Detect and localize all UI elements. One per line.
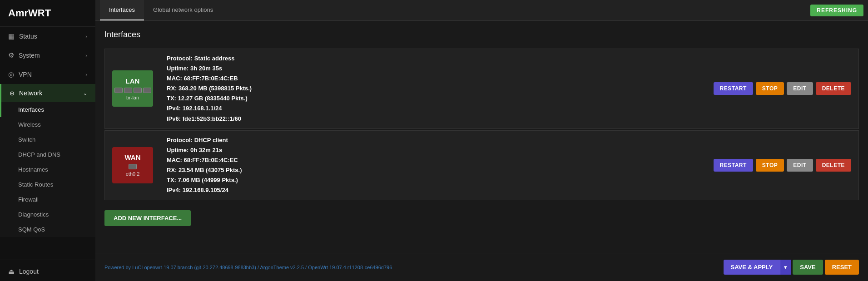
sidebar-item-hostnames[interactable]: Hostnames bbox=[0, 162, 95, 177]
wan-badge-icons bbox=[129, 164, 137, 169]
bottom-actions: SAVE & APPLY ▾ SAVE RESET bbox=[724, 260, 859, 275]
lan-info: Protocol: Static address Uptime: 3h 20m … bbox=[167, 54, 704, 124]
pc-icon bbox=[124, 88, 132, 93]
sidebar-item-wireless[interactable]: Wireless bbox=[0, 117, 95, 132]
sidebar: AmrWRT ▦ Status › ⚙ System › ◎ VPN › ⊕ N… bbox=[0, 0, 95, 281]
wan-mac: MAC: 68:FF:7B:0E:4C:EC bbox=[167, 155, 704, 165]
lan-rx: RX: 368.20 MB (5398815 Pkts.) bbox=[167, 84, 704, 94]
save-button[interactable]: SAVE bbox=[793, 260, 823, 275]
sidebar-item-interfaces[interactable]: Interfaces bbox=[0, 102, 95, 117]
tab-global-network[interactable]: Global network options bbox=[144, 0, 222, 20]
footer-text: Powered by LuCI openwrt-19.07 branch (gi… bbox=[104, 265, 392, 270]
sidebar-divider bbox=[0, 260, 95, 260]
sidebar-item-sqm-qos[interactable]: SQM QoS bbox=[0, 222, 95, 237]
bottom-bar: Powered by LuCI openwrt-19.07 branch (gi… bbox=[95, 253, 868, 281]
lan-mac: MAC: 68:FF:7B:0E:4C:EB bbox=[167, 74, 704, 84]
sidebar-item-network[interactable]: ⊕ Network ⌄ bbox=[0, 84, 95, 102]
lan-restart-button[interactable]: RESTART bbox=[714, 82, 753, 95]
lan-badge-name: br-lan bbox=[126, 95, 139, 100]
chevron-right-icon: › bbox=[85, 72, 87, 77]
wan-uptime: Uptime: 0h 32m 21s bbox=[167, 145, 704, 155]
save-apply-button[interactable]: SAVE & APPLY bbox=[724, 260, 780, 275]
sidebar-item-system[interactable]: ⚙ System › bbox=[0, 46, 95, 65]
lan-edit-button[interactable]: EDIT bbox=[787, 82, 813, 95]
wan-rx: RX: 23.54 MB (43075 Pkts.) bbox=[167, 165, 704, 175]
sidebar-item-dhcp-dns[interactable]: DHCP and DNS bbox=[0, 147, 95, 162]
interface-card-wan: WAN eth0.2 Protocol: DHCP client Uptime:… bbox=[104, 130, 859, 201]
lan-actions: RESTART STOP EDIT DELETE bbox=[714, 82, 851, 95]
wan-badge: WAN eth0.2 bbox=[112, 147, 153, 183]
sidebar-item-label: VPN bbox=[19, 71, 85, 78]
ethernet-icon bbox=[129, 164, 137, 169]
lan-badge: LAN br-lan bbox=[112, 70, 153, 107]
lan-protocol: Protocol: Static address bbox=[167, 54, 704, 64]
sidebar-item-firewall[interactable]: Firewall bbox=[0, 192, 95, 207]
lan-badge-icons bbox=[114, 88, 151, 93]
sidebar-item-label: System bbox=[19, 52, 85, 59]
sidebar-item-label: Status bbox=[19, 33, 85, 40]
lan-tx: TX: 12.27 GB (8335440 Pkts.) bbox=[167, 94, 704, 104]
wan-edit-button[interactable]: EDIT bbox=[787, 159, 813, 172]
sidebar-item-label: Logout bbox=[19, 268, 87, 275]
lan-stop-button[interactable]: STOP bbox=[756, 82, 784, 95]
main-content: Interfaces Global network options Interf… bbox=[95, 0, 868, 281]
refreshing-button[interactable]: REFRESHING bbox=[810, 5, 863, 16]
chevron-right-icon: › bbox=[85, 34, 87, 39]
network-icon: ⊕ bbox=[10, 90, 15, 97]
chevron-right-icon: › bbox=[85, 53, 87, 58]
network-submenu: Interfaces Wireless Switch DHCP and DNS … bbox=[0, 102, 95, 237]
logout-icon: ⏏ bbox=[8, 267, 15, 276]
sidebar-item-diagnostics[interactable]: Diagnostics bbox=[0, 207, 95, 222]
wan-protocol: Protocol: DHCP client bbox=[167, 135, 704, 145]
pc-icon bbox=[134, 88, 142, 93]
system-icon: ⚙ bbox=[8, 51, 14, 59]
lan-ipv6: IPv6: fde1:52b3:bb22::1/60 bbox=[167, 114, 704, 124]
sidebar-item-status[interactable]: ▦ Status › bbox=[0, 27, 95, 46]
sidebar-item-label: Network bbox=[19, 89, 83, 97]
sidebar-item-vpn[interactable]: ◎ VPN › bbox=[0, 65, 95, 84]
wan-info: Protocol: DHCP client Uptime: 0h 32m 21s… bbox=[167, 135, 704, 196]
wan-tx: TX: 7.06 MB (44999 Pkts.) bbox=[167, 175, 704, 185]
pc-icon bbox=[143, 88, 151, 93]
status-icon: ▦ bbox=[8, 32, 15, 40]
wan-ipv4: IPv4: 192.168.9.105/24 bbox=[167, 185, 704, 195]
wan-stop-button[interactable]: STOP bbox=[756, 159, 784, 172]
add-interface-button[interactable]: ADD NEW INTERFACE... bbox=[104, 210, 191, 226]
tab-bar: Interfaces Global network options bbox=[95, 0, 868, 21]
page-title: Interfaces bbox=[104, 30, 859, 39]
save-apply-dropdown-button[interactable]: ▾ bbox=[780, 260, 791, 275]
lan-delete-button[interactable]: DELETE bbox=[816, 82, 851, 95]
sidebar-item-switch[interactable]: Switch bbox=[0, 132, 95, 147]
tab-interfaces[interactable]: Interfaces bbox=[100, 0, 144, 20]
reset-button[interactable]: RESET bbox=[825, 260, 859, 275]
lan-uptime: Uptime: 3h 20m 35s bbox=[167, 64, 704, 74]
wan-restart-button[interactable]: RESTART bbox=[714, 159, 753, 172]
chevron-down-icon: ⌄ bbox=[83, 90, 87, 96]
page-content: Interfaces LAN br-lan Protocol: bbox=[95, 21, 868, 253]
vpn-icon: ◎ bbox=[8, 70, 14, 79]
sidebar-item-logout[interactable]: ⏏ Logout bbox=[0, 262, 95, 281]
app-logo: AmrWRT bbox=[0, 0, 95, 27]
interface-card-lan: LAN br-lan Protocol: Static address bbox=[104, 49, 859, 129]
wan-actions: RESTART STOP EDIT DELETE bbox=[714, 159, 851, 172]
wan-badge-name: eth0.2 bbox=[126, 171, 140, 177]
wan-badge-label: WAN bbox=[125, 153, 141, 161]
lan-badge-label: LAN bbox=[126, 77, 140, 85]
lan-ipv4: IPv4: 192.168.1.1/24 bbox=[167, 104, 704, 113]
sidebar-item-static-routes[interactable]: Static Routes bbox=[0, 177, 95, 192]
wan-delete-button[interactable]: DELETE bbox=[816, 159, 851, 172]
pc-icon bbox=[114, 88, 123, 93]
